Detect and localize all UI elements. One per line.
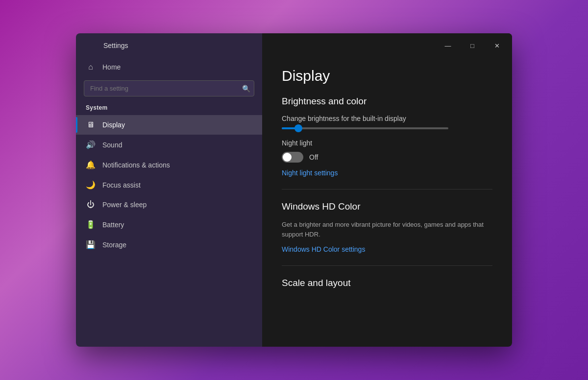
focus-icon: 🌙 [86, 180, 96, 190]
back-button[interactable] [84, 39, 98, 52]
page-title: Display [282, 68, 492, 84]
sidebar-notifications-label: Notifications & actions [102, 161, 170, 169]
hd-color-description: Get a brighter and more vibrant picture … [282, 220, 488, 239]
right-title-bar: — □ ✕ [262, 33, 512, 58]
hd-color-section-heading: Windows HD Color [282, 201, 492, 212]
sidebar-item-storage[interactable]: 💾 Storage [76, 235, 262, 255]
sound-icon: 🔊 [86, 140, 96, 149]
divider-1 [282, 189, 492, 190]
sidebar-storage-label: Storage [102, 241, 126, 249]
search-input[interactable] [84, 80, 254, 96]
brightness-slider-track [282, 127, 448, 129]
right-panel: — □ ✕ Display Brightness and color Chang… [262, 33, 512, 347]
night-light-toggle[interactable] [282, 152, 303, 163]
night-light-section: Night light Off Night light settings [282, 139, 492, 177]
maximize-button[interactable]: □ [461, 38, 484, 53]
scale-section-heading: Scale and layout [282, 278, 492, 288]
night-light-state: Off [309, 153, 318, 161]
sidebar-focus-label: Focus assist [102, 181, 141, 189]
hd-color-settings-link[interactable]: Windows HD Color settings [282, 245, 365, 253]
brightness-setting: Change brightness for the built-in displ… [282, 115, 492, 129]
notifications-icon: 🔔 [86, 160, 96, 169]
sidebar-display-label: Display [102, 121, 125, 129]
search-icon: 🔍 [242, 85, 250, 93]
divider-2 [282, 265, 492, 266]
toggle-knob [283, 153, 292, 162]
brightness-label: Change brightness for the built-in displ… [282, 115, 492, 122]
system-section-label: System [76, 102, 262, 115]
search-box: 🔍 [84, 80, 254, 96]
sidebar-item-focus[interactable]: 🌙 Focus assist [76, 175, 262, 195]
battery-icon: 🔋 [86, 220, 96, 229]
content-area: Display Brightness and color Change brig… [262, 58, 512, 347]
sidebar-battery-label: Battery [102, 221, 124, 229]
display-icon: 🖥 [86, 120, 96, 129]
brightness-section-heading: Brightness and color [282, 96, 492, 107]
home-icon: ⌂ [86, 63, 96, 71]
close-button[interactable]: ✕ [486, 38, 508, 53]
home-label: Home [102, 63, 121, 71]
sidebar-item-sound[interactable]: 🔊 Sound [76, 135, 262, 155]
settings-window: Settings ⌂ Home 🔍 System 🖥 Display 🔊 Sou… [76, 33, 512, 347]
night-light-label: Night light [282, 139, 492, 147]
storage-icon: 💾 [86, 240, 96, 249]
minimize-button[interactable]: — [437, 38, 459, 53]
sidebar-item-notifications[interactable]: 🔔 Notifications & actions [76, 155, 262, 175]
sidebar-item-display[interactable]: 🖥 Display [76, 115, 262, 135]
left-panel: Settings ⌂ Home 🔍 System 🖥 Display 🔊 Sou… [76, 33, 262, 347]
night-light-settings-link[interactable]: Night light settings [282, 169, 338, 177]
power-icon: ⏻ [86, 200, 96, 209]
window-title: Settings [103, 42, 128, 49]
left-title-bar: Settings [76, 33, 262, 58]
sidebar-sound-label: Sound [102, 141, 122, 149]
brightness-slider-thumb[interactable] [294, 124, 302, 132]
sidebar-power-label: Power & sleep [102, 201, 147, 209]
night-light-row: Off [282, 152, 492, 163]
sidebar-item-power[interactable]: ⏻ Power & sleep [76, 195, 262, 214]
sidebar-item-battery[interactable]: 🔋 Battery [76, 214, 262, 235]
home-nav-item[interactable]: ⌂ Home [76, 58, 262, 76]
